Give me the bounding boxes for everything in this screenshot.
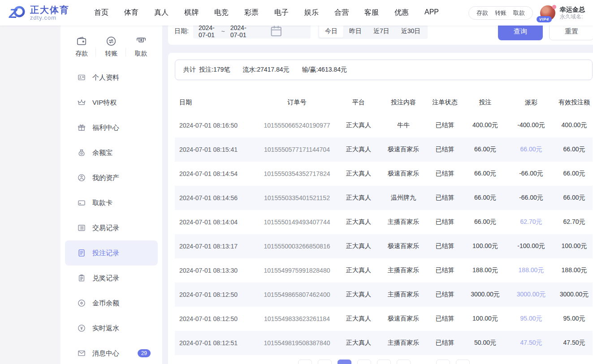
brand-domain: zdty.com: [30, 15, 69, 21]
sidebar-item-label: 兑奖记录: [92, 274, 119, 283]
sidebar-item-label: 消息中心: [92, 349, 119, 358]
cell-valid-bet: 100.00元: [556, 242, 593, 250]
cell-payout: 62.70元: [506, 218, 556, 226]
nav-menu-item[interactable]: 首页: [94, 8, 108, 17]
pagination-page-button-active[interactable]: [338, 360, 351, 364]
quick-action-label: 转账: [105, 50, 117, 58]
cell-date: 2024-07-01 08:12:50: [175, 291, 258, 298]
nav-menu-item[interactable]: 棋牌: [184, 8, 199, 17]
nav-menu-item[interactable]: 客服: [364, 8, 379, 17]
site-logo[interactable]: Z 正大体育 zdty.com: [8, 4, 80, 22]
sidebar-item-label: 交易记录: [92, 224, 119, 232]
cell-status: 已结算: [426, 339, 464, 347]
sidebar-quick-action[interactable]: 存款: [75, 35, 88, 58]
cell-payout: -400.00元: [506, 121, 556, 129]
table-body: 2024-07-01 08:16:50 1015550665240190977 …: [175, 113, 593, 355]
cell-payout: -100.00元: [506, 242, 556, 250]
table-column-header: 订单号: [258, 98, 336, 107]
cell-bet-content: 主播百家乐: [381, 266, 426, 274]
pagination-page-button[interactable]: [357, 360, 371, 364]
table-column-header: 投注: [464, 98, 506, 107]
profile-icon: [77, 73, 86, 82]
cell-status: 已结算: [426, 170, 464, 178]
header-wallet-link[interactable]: 取款: [513, 9, 525, 17]
cell-valid-bet: 95.00元: [556, 315, 593, 323]
bet-records-panel: 共计 投注:179笔流水:27417.84元输/赢:4613.84元 日期订单号…: [168, 53, 593, 364]
pagination: [175, 360, 593, 364]
cell-bet-amount: 66.00元: [464, 218, 506, 226]
assets-icon: [77, 173, 86, 182]
top-nav: Z 正大体育 zdty.com 首页体育真人棋牌电竞彩票电子娱乐合营客服优惠AP…: [0, 0, 593, 26]
date-range-chip[interactable]: 今日: [319, 25, 343, 38]
cell-valid-bet: 400.00元: [556, 121, 593, 129]
sidebar-item-vip-crown[interactable]: VIP特权: [65, 90, 158, 115]
date-range-chip[interactable]: 昨日: [343, 25, 368, 38]
date-range-chip[interactable]: 近7日: [368, 25, 395, 38]
nav-menu-item[interactable]: 优惠: [394, 8, 409, 17]
nav-menu-item[interactable]: 合营: [334, 8, 349, 17]
nav-menu-item[interactable]: 体育: [124, 8, 139, 17]
pagination-next-button[interactable]: [456, 360, 470, 364]
cell-bet-amount: 66.00元: [464, 194, 506, 202]
sidebar-item-profile[interactable]: 个人资料: [65, 65, 158, 90]
cell-status: 已结算: [426, 315, 464, 323]
sidebar-item-gift[interactable]: 福利中心: [65, 115, 158, 140]
vip-crown-icon: [77, 98, 86, 107]
cell-order-no: 1015550149493407744: [258, 218, 336, 226]
sidebar-item-bank-card[interactable]: 取款卡: [65, 190, 158, 215]
sidebar-quick-action[interactable]: 取款: [135, 35, 147, 58]
sidebar-item-yuebao[interactable]: 余额宝: [65, 140, 158, 165]
cell-status: 已结算: [426, 266, 464, 274]
pagination-page-button[interactable]: [377, 360, 391, 364]
pagination-page-button[interactable]: [436, 360, 450, 364]
cell-platform: 正大真人: [336, 291, 381, 299]
nav-menu-item[interactable]: 彩票: [244, 8, 259, 17]
nav-menu-item[interactable]: 电竞: [214, 8, 229, 17]
page-body: 存款 转账 取款 个人资料 VIP特权 福利中心 余额宝 我的资产 取款卡 交易…: [0, 26, 593, 364]
header-wallet-link[interactable]: 存款: [476, 9, 488, 17]
header-wallet-link[interactable]: 转账: [495, 9, 506, 17]
cell-valid-bet: 66.00元: [556, 170, 593, 178]
sidebar-quick-action[interactable]: 转账: [105, 35, 117, 58]
cell-valid-bet: 66.00元: [556, 194, 593, 202]
unread-count-badge: 29: [138, 349, 151, 357]
pagination-prev-button[interactable]: [298, 360, 312, 364]
quick-date-ranges: 今日昨日近7日近30日: [318, 24, 428, 39]
nav-menu-item[interactable]: 真人: [154, 8, 169, 17]
deposit-icon: [76, 35, 87, 47]
summary-prefix: 共计: [183, 66, 196, 74]
sidebar-item-assets[interactable]: 我的资产: [65, 165, 158, 190]
cell-status: 已结算: [426, 218, 464, 226]
quick-action-label: 存款: [75, 50, 88, 58]
notification-dot: [552, 5, 556, 9]
sidebar-item-rebate[interactable]: 实时返水: [65, 316, 158, 341]
table-row: 2024-07-01 08:14:04 1015550149493407744 …: [175, 210, 593, 234]
svg-text:Z: Z: [9, 6, 18, 21]
permanent-domain-note: 永久域名:: [560, 13, 585, 20]
sidebar-item-transactions[interactable]: 交易记录: [65, 215, 158, 240]
transactions-icon: [77, 223, 86, 232]
user-account[interactable]: VIP4 幸运金总 永久域名:: [540, 4, 585, 21]
table-column-header: 注单状态: [426, 98, 464, 107]
pagination-page-button[interactable]: [397, 360, 411, 364]
nav-menu-item[interactable]: 娱乐: [304, 8, 319, 17]
cell-date: 2024-07-01 08:12:50: [175, 315, 258, 322]
date-range-chip[interactable]: 近30日: [395, 25, 427, 38]
bet-records-icon: [77, 248, 86, 257]
quick-action-label: 取款: [135, 50, 147, 58]
cell-date: 2024-07-01 08:13:30: [175, 267, 258, 274]
sidebar-item-coin[interactable]: 金币余额: [65, 291, 158, 316]
sidebar-item-redeem[interactable]: 兑奖记录: [65, 266, 158, 291]
date-range-input[interactable]: 2024-07-01 ~ 2024-07-01: [193, 24, 311, 39]
date-to-value: 2024-07-01: [230, 24, 248, 39]
pagination-page-button[interactable]: [318, 360, 332, 364]
cell-order-no: 1015550665240190977: [258, 122, 336, 129]
table-row: 2024-07-01 08:15:41 1015550577171144704 …: [175, 137, 593, 162]
table-column-header: 派彩: [506, 98, 556, 107]
cell-platform: 正大真人: [336, 194, 381, 202]
sidebar-item-label: 实时返水: [92, 324, 119, 333]
nav-menu-item[interactable]: 电子: [274, 8, 289, 17]
sidebar-item-bet-records[interactable]: 投注记录: [65, 240, 158, 266]
nav-menu-item[interactable]: APP: [424, 8, 439, 17]
sidebar-item-message[interactable]: 消息中心 29: [65, 341, 158, 364]
